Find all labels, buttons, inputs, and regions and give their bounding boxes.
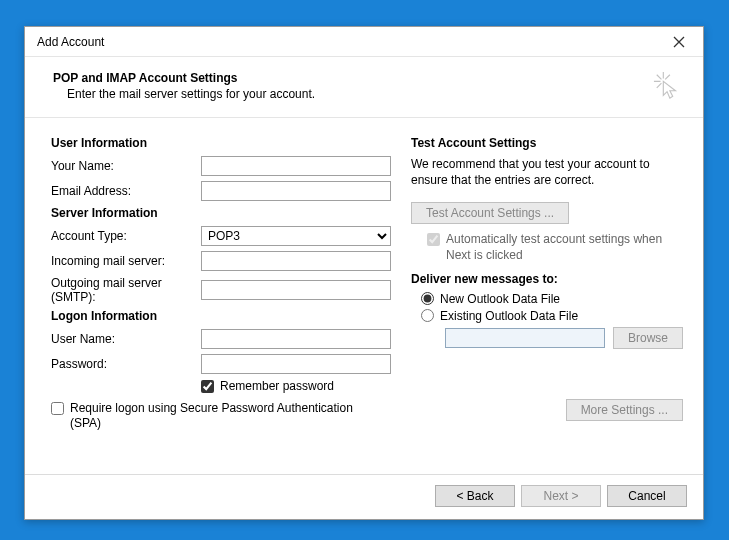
test-account-button[interactable]: Test Account Settings ... [411, 202, 569, 224]
password-input[interactable] [201, 354, 391, 374]
email-input[interactable] [201, 181, 391, 201]
left-column: User Information Your Name: Email Addres… [51, 132, 391, 468]
remember-password-label: Remember password [220, 379, 334, 395]
add-account-dialog: Add Account POP and IMAP Account Setting… [24, 26, 704, 520]
cursor-star-icon [653, 71, 683, 101]
right-column: Test Account Settings We recommend that … [411, 132, 683, 468]
outgoing-label: Outgoing mail server (SMTP): [51, 276, 201, 304]
close-button[interactable] [665, 30, 693, 54]
titlebar: Add Account [25, 27, 703, 57]
spa-label: Require logon using Secure Password Auth… [70, 401, 360, 432]
remember-password-checkbox[interactable] [201, 380, 214, 393]
back-button[interactable]: < Back [435, 485, 515, 507]
header-subtitle: Enter the mail server settings for your … [53, 87, 645, 101]
account-type-select[interactable]: POP3 [201, 226, 391, 246]
your-name-input[interactable] [201, 156, 391, 176]
section-test: Test Account Settings [411, 136, 683, 150]
new-data-file-radio[interactable] [421, 292, 434, 305]
spa-checkbox[interactable] [51, 402, 64, 415]
your-name-label: Your Name: [51, 159, 201, 173]
more-settings-button[interactable]: More Settings ... [566, 399, 683, 421]
password-label: Password: [51, 357, 201, 371]
new-data-file-label: New Outlook Data File [440, 292, 560, 306]
dialog-header: POP and IMAP Account Settings Enter the … [25, 57, 703, 118]
existing-data-file-label: Existing Outlook Data File [440, 309, 578, 323]
account-type-label: Account Type: [51, 229, 201, 243]
incoming-label: Incoming mail server: [51, 254, 201, 268]
cancel-button[interactable]: Cancel [607, 485, 687, 507]
outgoing-input[interactable] [201, 280, 391, 300]
dialog-footer: < Back Next > Cancel [25, 474, 703, 519]
next-button[interactable]: Next > [521, 485, 601, 507]
section-user-info: User Information [51, 136, 391, 150]
username-label: User Name: [51, 332, 201, 346]
window-title: Add Account [37, 35, 665, 49]
section-server-info: Server Information [51, 206, 391, 220]
browse-button[interactable]: Browse [613, 327, 683, 349]
header-heading: POP and IMAP Account Settings [53, 71, 645, 85]
incoming-input[interactable] [201, 251, 391, 271]
email-label: Email Address: [51, 184, 201, 198]
auto-test-label: Automatically test account settings when… [446, 232, 683, 263]
test-description: We recommend that you test your account … [411, 156, 683, 188]
existing-file-path-input[interactable] [445, 328, 605, 348]
auto-test-checkbox[interactable] [427, 233, 440, 246]
close-icon [673, 36, 685, 48]
section-logon-info: Logon Information [51, 309, 391, 323]
existing-data-file-radio[interactable] [421, 309, 434, 322]
section-deliver: Deliver new messages to: [411, 272, 683, 286]
username-input[interactable] [201, 329, 391, 349]
